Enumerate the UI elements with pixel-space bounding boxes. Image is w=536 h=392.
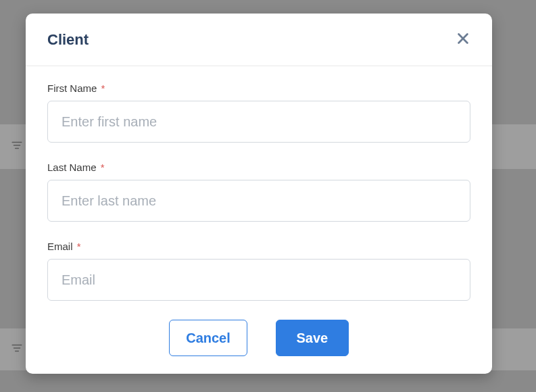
modal-footer: Cancel Save: [26, 308, 492, 374]
first-name-input[interactable]: [47, 101, 470, 143]
required-mark: *: [77, 241, 81, 252]
modal-header: Client: [26, 14, 492, 66]
first-name-label: First Name *: [47, 82, 470, 94]
cancel-button[interactable]: Cancel: [169, 320, 247, 356]
last-name-input[interactable]: [47, 180, 470, 222]
first-name-group: First Name *: [47, 82, 470, 143]
label-text: Last Name: [47, 162, 97, 173]
close-button[interactable]: [453, 28, 473, 51]
modal-title: Client: [47, 31, 89, 49]
filter-icon: [11, 139, 23, 154]
email-label: Email *: [47, 241, 470, 252]
last-name-group: Last Name *: [47, 162, 470, 222]
client-modal: Client First Name * Last Name *: [26, 14, 492, 374]
save-button[interactable]: Save: [276, 320, 349, 356]
label-text: First Name: [47, 82, 97, 94]
required-mark: *: [101, 162, 105, 173]
filter-icon: [11, 342, 23, 357]
close-icon: [456, 31, 470, 48]
email-input[interactable]: [47, 259, 470, 301]
modal-body: First Name * Last Name * Email *: [26, 66, 492, 308]
last-name-label: Last Name *: [47, 162, 470, 173]
label-text: Email: [47, 241, 73, 252]
required-mark: *: [101, 82, 105, 94]
email-group: Email *: [47, 241, 470, 301]
